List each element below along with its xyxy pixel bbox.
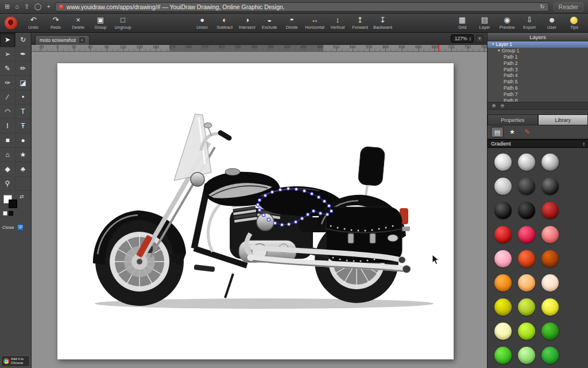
swap-colors-icon[interactable]: ⇄ <box>20 194 24 200</box>
tab-library[interactable]: Library <box>538 114 588 125</box>
toolbar-button-tips[interactable]: Tips <box>565 17 583 30</box>
direct-select-tool[interactable]: ➢ <box>0 47 16 62</box>
toolbar-button-undo[interactable]: ↶Undo <box>24 16 42 30</box>
gradient-swatch[interactable] <box>541 274 559 292</box>
gradient-swatch[interactable] <box>541 226 559 243</box>
toolbar-button-export[interactable]: ⇩Export <box>520 16 539 30</box>
gradient-swatch[interactable] <box>518 226 535 243</box>
toolbar-button-union[interactable]: ●Union <box>193 16 211 30</box>
gradient-swatch[interactable] <box>541 347 559 364</box>
star-tool[interactable]: ★ <box>16 148 31 162</box>
layer-row-path[interactable]: Path 8 <box>488 97 588 102</box>
diamond-tool[interactable]: ◆ <box>0 162 16 177</box>
tab-properties[interactable]: Properties <box>488 114 538 125</box>
layer-row-group[interactable]: ▾Group 1 <box>488 48 588 54</box>
zoom-tool[interactable]: ⚲ <box>0 177 16 191</box>
text-tool[interactable]: T <box>16 105 31 119</box>
toolbar-button-layer[interactable]: ▤Layer <box>475 16 494 30</box>
canvas-area[interactable] <box>32 52 487 368</box>
expander-icon[interactable]: ▾ <box>498 48 500 53</box>
gradient-swatch[interactable] <box>494 298 512 316</box>
arc-tool[interactable]: ◠ <box>0 105 16 119</box>
toolbar-button-horizontal[interactable]: ↔Horizontal <box>305 16 324 30</box>
gradient-swatch[interactable] <box>494 154 512 171</box>
gradient-swatch[interactable] <box>518 274 535 292</box>
reader-button[interactable]: Reader <box>554 2 583 12</box>
select-tool[interactable]: ➤ <box>0 33 16 47</box>
toolbar-button-group[interactable]: ▣Group <box>91 16 110 30</box>
gradient-swatch[interactable] <box>494 202 512 219</box>
pen-tool[interactable]: ✒ <box>16 47 31 62</box>
anchor-point-tool[interactable]: • <box>16 90 31 105</box>
toolbar-button-backward[interactable]: ↧Backward <box>373 16 392 30</box>
toolbar-button-delete[interactable]: ×Delete <box>69 16 87 30</box>
text-cursor-tool[interactable]: I <box>0 119 16 133</box>
close-checkbox[interactable]: ✓ <box>17 224 24 231</box>
artwork-motorcycle[interactable] <box>57 63 454 359</box>
gradient-swatch[interactable] <box>494 226 512 243</box>
gradient-swatch[interactable] <box>541 178 559 195</box>
new-tab-icon[interactable]: + <box>47 3 50 10</box>
star-style-icon[interactable]: ★ <box>506 126 519 137</box>
add-to-chrome-badge[interactable]: Add it to Chrome <box>1 355 30 367</box>
toolbar-button-divide[interactable]: ◓Divide <box>283 16 301 30</box>
document-tab[interactable]: moto screenshot × <box>35 35 90 45</box>
ellipse-tool[interactable]: ● <box>16 133 31 148</box>
gradient-swatch[interactable] <box>541 250 559 267</box>
reload-icon[interactable]: ↻ <box>540 3 544 10</box>
default-black-swatch[interactable] <box>9 211 13 216</box>
fill-style-icon[interactable]: ▤ <box>491 126 504 137</box>
gradient-swatch[interactable] <box>518 154 535 171</box>
gradient-swatch[interactable] <box>494 250 512 267</box>
zoom-in-button[interactable]: + <box>476 35 483 43</box>
layer-row-path[interactable]: Path 7 <box>488 91 588 97</box>
pencil-tool[interactable]: ✏ <box>16 62 31 76</box>
zoom-step-down-icon[interactable]: ▾ <box>469 39 471 41</box>
tab-close-icon[interactable]: × <box>79 37 85 43</box>
layer-row-path[interactable]: Path 2 <box>488 60 588 66</box>
gradient-swatch[interactable] <box>541 298 559 316</box>
gradient-swatch[interactable] <box>541 202 559 219</box>
toolbar-button-vertical[interactable]: ↕Vertical <box>328 16 347 30</box>
gradient-swatch[interactable] <box>541 323 559 340</box>
layer-row-path[interactable]: Path 1 <box>488 54 588 60</box>
toolbar-button-intersect[interactable]: ◑Intersect <box>238 16 256 30</box>
brush-tool[interactable]: ✎ <box>0 62 16 76</box>
artboard[interactable] <box>57 63 454 359</box>
toolbar-button-grid[interactable]: ▦Grid <box>453 16 471 30</box>
share-icon[interactable]: ⇧ <box>24 3 29 10</box>
remove-layer-button[interactable]: − <box>500 103 505 109</box>
gradient-swatch[interactable] <box>518 202 535 219</box>
layer-row-path[interactable]: Path 6 <box>488 85 588 91</box>
home-icon[interactable]: ⌂ <box>15 3 19 10</box>
gradient-swatch[interactable] <box>518 323 535 340</box>
gradient-swatch[interactable] <box>494 274 512 292</box>
add-layer-button[interactable]: + <box>491 103 497 109</box>
window-icon[interactable]: ⊞ <box>5 3 10 10</box>
toolbar-button-forward[interactable]: ↥Forward <box>351 16 369 30</box>
toolbar-button-ungroup[interactable]: □Ungroup <box>114 16 132 30</box>
gradient-swatch[interactable] <box>518 347 535 364</box>
gradient-swatch[interactable] <box>518 178 535 195</box>
brush-style-icon[interactable]: ✎ <box>521 126 533 137</box>
rotate-tool[interactable]: ↻ <box>16 33 31 47</box>
expander-icon[interactable]: ▾ <box>492 42 494 47</box>
layer-row-path[interactable]: Path 5 <box>488 79 588 85</box>
gradient-dropdown[interactable]: Gradient ▴ ▾ <box>488 139 588 148</box>
line-tool[interactable]: ∕ <box>0 90 16 105</box>
toolbar-button-exclude[interactable]: ◒Exclude <box>260 16 278 30</box>
path-text-tool[interactable]: Ŧ <box>16 119 31 133</box>
ink-brush-tool[interactable]: ✑ <box>0 76 16 90</box>
gradient-swatch[interactable] <box>518 250 535 267</box>
default-white-swatch[interactable] <box>3 211 7 216</box>
gradient-swatch[interactable] <box>494 178 512 195</box>
toolbar-button-subtract[interactable]: ◐Subtract <box>215 16 234 30</box>
gradient-swatch[interactable] <box>541 154 559 171</box>
address-bar[interactable]: www.youidraw.com/apps/drawing/# — YouiDr… <box>55 2 549 12</box>
gradient-swatch[interactable] <box>494 347 512 364</box>
zoom-stepper-icons[interactable]: ▴ ▾ <box>469 36 471 41</box>
fill-color-well[interactable] <box>9 200 17 208</box>
eraser-tool[interactable]: ◪ <box>16 76 31 90</box>
polygon-tool[interactable]: ⌂ <box>0 148 16 162</box>
rectangle-tool[interactable]: ■ <box>0 133 16 148</box>
